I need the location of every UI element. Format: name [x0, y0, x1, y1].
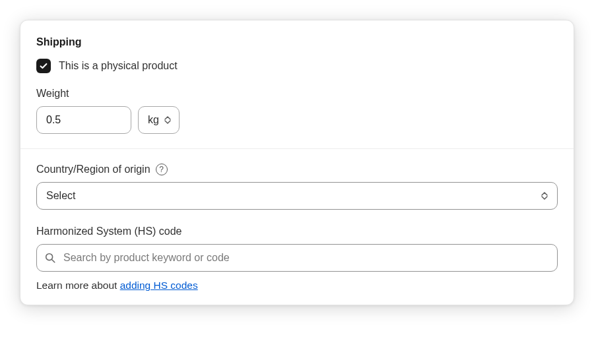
hs-learn-more: Learn more about adding HS codes	[36, 280, 558, 291]
hs-input-wrap	[36, 244, 558, 272]
check-icon	[39, 61, 48, 71]
hs-code-input[interactable]	[36, 244, 558, 272]
sort-arrows-icon	[541, 192, 548, 200]
divider	[20, 148, 574, 149]
weight-unit-select[interactable]: kg	[138, 106, 180, 134]
country-select-value: Select	[46, 190, 75, 202]
weight-unit-label: kg	[148, 114, 159, 126]
weight-label: Weight	[36, 88, 558, 100]
country-label: Country/Region of origin	[36, 164, 150, 175]
physical-product-row: This is a physical product	[36, 59, 558, 73]
sort-arrows-icon	[164, 116, 171, 124]
physical-product-label: This is a physical product	[59, 60, 178, 72]
shipping-card: Shipping This is a physical product Weig…	[20, 20, 574, 305]
country-select[interactable]: Select	[36, 182, 558, 210]
section-title: Shipping	[36, 36, 558, 48]
weight-row: kg	[36, 106, 558, 134]
hs-label: Harmonized System (HS) code	[36, 226, 558, 237]
country-label-row: Country/Region of origin ?	[36, 164, 558, 175]
weight-input[interactable]	[36, 106, 131, 134]
help-icon[interactable]: ?	[156, 164, 168, 175]
physical-product-checkbox[interactable]	[36, 59, 51, 73]
hs-learn-link[interactable]: adding HS codes	[120, 280, 198, 291]
hs-learn-text: Learn more about	[36, 280, 120, 291]
